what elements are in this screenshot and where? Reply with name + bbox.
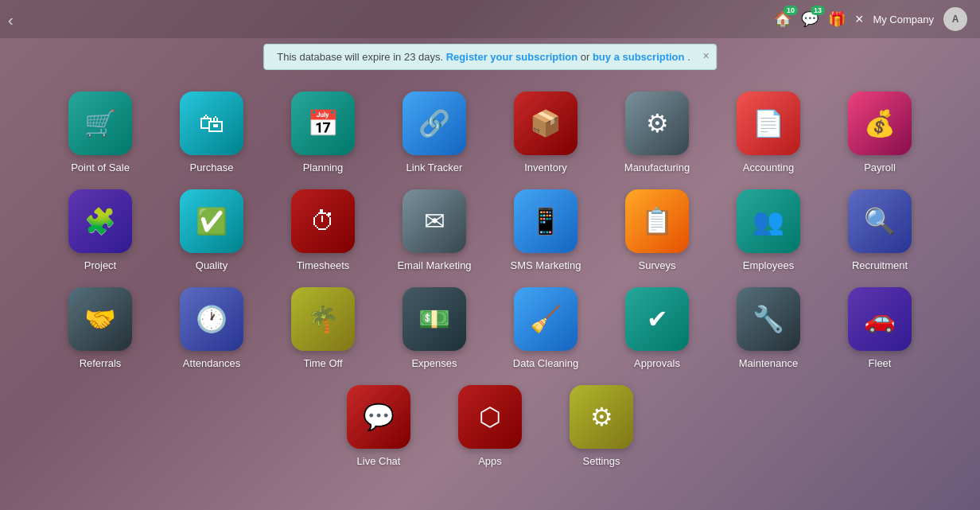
app-item-maintenance[interactable]: 🔧Maintenance xyxy=(713,279,824,377)
approvals-icon: ✔ xyxy=(625,287,689,351)
banner-close-button[interactable]: × xyxy=(703,49,710,62)
app-item-approvals[interactable]: ✔Approvals xyxy=(601,279,713,377)
sms-marketing-icon: 📱 xyxy=(514,189,578,253)
fleet-icon: 🚗 xyxy=(848,287,912,351)
maintenance-icon: 🔧 xyxy=(737,287,800,351)
manufacturing-icon: ⚙ xyxy=(625,91,689,155)
maintenance-label: Maintenance xyxy=(739,357,798,369)
accounting-icon: 📄 xyxy=(737,91,800,155)
point-of-sale-icon: 🛒 xyxy=(68,91,132,155)
app-item-time-off[interactable]: 🌴Time Off xyxy=(267,279,379,377)
email-marketing-label: Email Marketing xyxy=(397,259,471,271)
attendances-icon: 🕐 xyxy=(180,287,243,351)
app-item-timesheets[interactable]: ⏱Timesheets xyxy=(267,181,379,279)
company-name[interactable]: My Company xyxy=(873,14,934,25)
app-item-point-of-sale[interactable]: 🛒Point of Sale xyxy=(45,84,156,181)
app-item-purchase[interactable]: 🛍Purchase xyxy=(156,84,267,181)
expenses-label: Expenses xyxy=(411,357,457,369)
banner-text-mid: or xyxy=(581,51,593,63)
app-item-email-marketing[interactable]: ✉Email Marketing xyxy=(379,181,490,279)
recruitment-icon: 🔍 xyxy=(848,189,912,253)
point-of-sale-label: Point of Sale xyxy=(71,162,130,173)
payroll-icon: 💰 xyxy=(848,91,912,155)
app-item-surveys[interactable]: 📋Surveys xyxy=(601,181,713,279)
approvals-label: Approvals xyxy=(634,357,680,369)
activity-icon[interactable]: 💬 13 xyxy=(801,10,819,28)
sms-marketing-label: SMS Marketing xyxy=(511,259,581,271)
timesheets-label: Timesheets xyxy=(297,259,350,271)
app-item-sms-marketing[interactable]: 📱SMS Marketing xyxy=(490,181,601,279)
link-tracker-label: Link Tracker xyxy=(406,162,463,173)
banner-text-pre: This database will expire in 23 days. xyxy=(277,51,443,63)
quality-icon: ✅ xyxy=(180,189,243,253)
surveys-label: Surveys xyxy=(639,259,676,271)
project-label: Project xyxy=(84,259,116,271)
avatar[interactable]: A xyxy=(943,7,967,31)
banner-text-post: . xyxy=(687,51,690,63)
manufacturing-label: Manufacturing xyxy=(624,162,690,173)
inventory-icon: 📦 xyxy=(514,91,578,155)
topbar: 🏠 10 💬 13 🎁 × My Company A xyxy=(0,0,980,38)
employees-label: Employees xyxy=(743,259,794,271)
apps-container: 🛒Point of Sale🛍Purchase📅Planning🔗Link Tr… xyxy=(0,76,980,510)
email-marketing-icon: ✉ xyxy=(402,189,466,253)
app-item-accounting[interactable]: 📄Accounting xyxy=(713,84,824,181)
data-cleaning-icon: 🧹 xyxy=(514,287,578,351)
app-item-project[interactable]: 🧩Project xyxy=(45,181,156,279)
purchase-icon: 🛍 xyxy=(180,91,243,155)
time-off-icon: 🌴 xyxy=(291,287,355,351)
apps-grid: 🛒Point of Sale🛍Purchase📅Planning🔗Link Tr… xyxy=(32,84,948,475)
settings-icon: ⚙ xyxy=(570,385,633,449)
data-cleaning-label: Data Cleaning xyxy=(513,357,578,369)
inventory-label: Inventory xyxy=(524,162,566,173)
app-item-apps[interactable]: ⬡Apps xyxy=(434,377,546,475)
planning-icon: 📅 xyxy=(291,91,355,155)
surveys-icon: 📋 xyxy=(625,189,689,253)
app-item-payroll[interactable]: 💰Payroll xyxy=(824,84,935,181)
fleet-label: Fleet xyxy=(869,357,892,369)
buy-link[interactable]: buy a subscription xyxy=(593,51,685,63)
project-icon: 🧩 xyxy=(68,189,132,253)
settings-label: Settings xyxy=(583,455,620,467)
gift-icon[interactable]: 🎁 xyxy=(828,10,846,28)
purchase-label: Purchase xyxy=(190,162,234,173)
live-chat-label: Live Chat xyxy=(357,455,401,467)
app-item-fleet[interactable]: 🚗Fleet xyxy=(824,279,935,377)
expiry-banner: This database will expire in 23 days. Re… xyxy=(263,44,717,70)
update-icon[interactable]: 🏠 10 xyxy=(774,10,791,28)
referrals-label: Referrals xyxy=(80,357,122,369)
link-tracker-icon: 🔗 xyxy=(402,91,466,155)
planning-label: Planning xyxy=(303,162,344,173)
app-item-recruitment[interactable]: 🔍Recruitment xyxy=(824,181,935,279)
apps-label: Apps xyxy=(478,455,502,467)
update-badge: 10 xyxy=(784,6,798,15)
app-item-manufacturing[interactable]: ⚙Manufacturing xyxy=(601,84,713,181)
app-item-quality[interactable]: ✅Quality xyxy=(156,181,267,279)
accounting-label: Accounting xyxy=(743,162,794,173)
app-item-inventory[interactable]: 📦Inventory xyxy=(490,84,601,181)
app-item-employees[interactable]: 👥Employees xyxy=(713,181,824,279)
referrals-icon: 🤝 xyxy=(68,287,132,351)
app-item-link-tracker[interactable]: 🔗Link Tracker xyxy=(379,84,490,181)
app-item-live-chat[interactable]: 💬Live Chat xyxy=(323,377,434,475)
register-link[interactable]: Register your subscription xyxy=(446,51,578,63)
app-item-referrals[interactable]: 🤝Referrals xyxy=(45,279,156,377)
employees-icon: 👥 xyxy=(737,189,800,253)
timesheets-icon: ⏱ xyxy=(291,189,355,253)
close-icon[interactable]: × xyxy=(855,11,864,28)
app-item-attendances[interactable]: 🕐Attendances xyxy=(156,279,267,377)
payroll-label: Payroll xyxy=(864,162,896,173)
live-chat-icon: 💬 xyxy=(347,385,410,449)
app-item-settings[interactable]: ⚙Settings xyxy=(546,377,657,475)
time-off-label: Time Off xyxy=(303,357,342,369)
chat-badge: 13 xyxy=(811,6,825,15)
app-item-data-cleaning[interactable]: 🧹Data Cleaning xyxy=(490,279,601,377)
expenses-icon: 💵 xyxy=(402,287,466,351)
apps-icon: ⬡ xyxy=(458,385,522,449)
app-item-expenses[interactable]: 💵Expenses xyxy=(379,279,490,377)
attendances-label: Attendances xyxy=(183,357,240,369)
recruitment-label: Recruitment xyxy=(852,259,908,271)
app-item-planning[interactable]: 📅Planning xyxy=(267,84,379,181)
quality-label: Quality xyxy=(196,259,228,271)
